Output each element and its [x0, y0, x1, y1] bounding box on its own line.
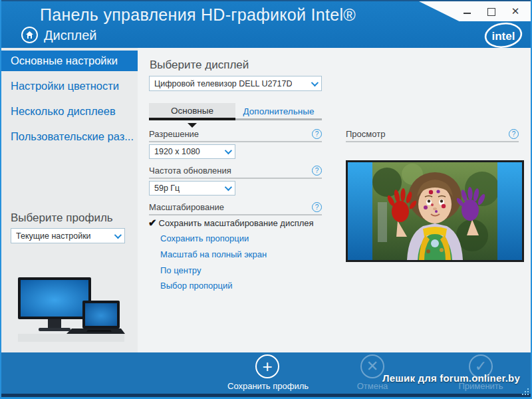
minimize-button[interactable]: [463, 7, 472, 16]
svg-text:intel: intel: [492, 30, 515, 43]
monitor-laptop-graphic: [13, 274, 126, 344]
home-icon: [25, 31, 34, 39]
scaling-label: Масштабирование: [149, 202, 224, 212]
close-button[interactable]: ✕: [511, 7, 520, 16]
scaling-option-keep-aspect[interactable]: Сохранить пропорции: [160, 233, 249, 243]
scaling-option-checked[interactable]: ✔ Сохранить масштабирование дисплея: [148, 217, 314, 229]
tab-bar: Основные Дополнительные: [149, 103, 322, 122]
profile-select-label: Выберите профиль: [11, 211, 113, 225]
resize-grip[interactable]: [521, 387, 529, 395]
cancel-icon: ✕: [366, 359, 378, 374]
app-title: Панель управления HD-графикой Intel®: [40, 5, 356, 25]
profile-dropdown[interactable]: Текущие настройки: [11, 228, 125, 243]
resolution-dropdown[interactable]: 1920 x 1080: [149, 144, 235, 159]
tab-advanced[interactable]: Дополнительные: [235, 104, 322, 120]
plus-icon: +: [262, 358, 272, 375]
page-title: Дисплей: [44, 28, 97, 43]
help-icon[interactable]: ?: [312, 202, 322, 212]
preview-monitor: [346, 160, 524, 262]
chevron-down-icon: [225, 184, 232, 191]
header: Панель управления HD-графикой Intel® ✕ Д…: [1, 0, 531, 48]
chevron-down-icon: [114, 231, 122, 238]
check-icon: ✔: [148, 217, 157, 229]
resolution-value: 1920 x 1080: [154, 147, 200, 156]
scaling-option-aspect-choice[interactable]: Выбор пропорций: [160, 281, 233, 291]
active-tab-pointer: [188, 123, 197, 128]
watermark: Лешик для forum.onliner.by: [382, 372, 520, 384]
profile-dropdown-value: Текущие настройки: [16, 231, 91, 241]
scaling-option-full-screen[interactable]: Масштаб на полный экран: [160, 249, 267, 259]
display-select-label: Выберите дисплей: [150, 59, 249, 72]
refresh-rate-section-header: Частота обновления ?: [149, 166, 322, 179]
sidebar-item-color-settings[interactable]: Настройки цветности: [1, 76, 138, 96]
preview-image: [372, 162, 497, 260]
app-window: Панель управления HD-графикой Intel® ✕ Д…: [0, 0, 532, 399]
save-profile-label: Сохранить профиль: [227, 381, 307, 391]
resolution-section-header: Разрешение ?: [149, 129, 322, 142]
refresh-rate-label: Частота обновления: [149, 166, 231, 176]
scaling-section-header: Масштабирование ?: [149, 202, 322, 215]
tab-basic[interactable]: Основные: [149, 103, 235, 120]
apply-icon: ✓: [475, 359, 487, 374]
display-dropdown-value: Цифровой телевизор DELL U2717D: [154, 79, 292, 88]
save-profile-button[interactable]: + Сохранить профиль: [227, 354, 307, 391]
chevron-down-icon: [225, 147, 232, 154]
scaling-option-centered[interactable]: По центру: [160, 265, 201, 275]
preview-label: Просмотр: [346, 129, 385, 139]
help-icon[interactable]: ?: [312, 129, 322, 139]
chevron-down-icon: [311, 78, 319, 86]
refresh-rate-dropdown[interactable]: 59p Гц: [149, 181, 235, 196]
preview-pillar-right: [497, 162, 522, 260]
window-controls: ✕: [419, 1, 531, 21]
display-dropdown[interactable]: Цифровой телевизор DELL U2717D: [149, 76, 322, 91]
refresh-rate-value: 59p Гц: [154, 184, 180, 193]
intel-logo: intel: [484, 21, 523, 49]
footer-bar: + Сохранить профиль ✕ Отмена ✓ Применить…: [1, 352, 531, 394]
sidebar-item-custom-resolutions[interactable]: Пользовательские раз...: [1, 126, 138, 147]
maximize-button[interactable]: [487, 7, 496, 16]
preview-section-header: Просмотр ?: [346, 129, 519, 142]
preview-pillar-left: [348, 162, 372, 260]
help-icon[interactable]: ?: [312, 166, 322, 176]
sidebar: Основные настройки Настройки цветности Н…: [1, 48, 138, 352]
sidebar-item-multiple-displays[interactable]: Несколько дисплеев: [1, 101, 138, 122]
main-panel: Выберите дисплей Цифровой телевизор DELL…: [138, 48, 531, 352]
help-icon[interactable]: ?: [509, 129, 519, 139]
sidebar-item-general-settings[interactable]: Основные настройки: [1, 51, 138, 71]
home-button[interactable]: [21, 27, 38, 43]
resolution-label: Разрешение: [149, 129, 199, 139]
